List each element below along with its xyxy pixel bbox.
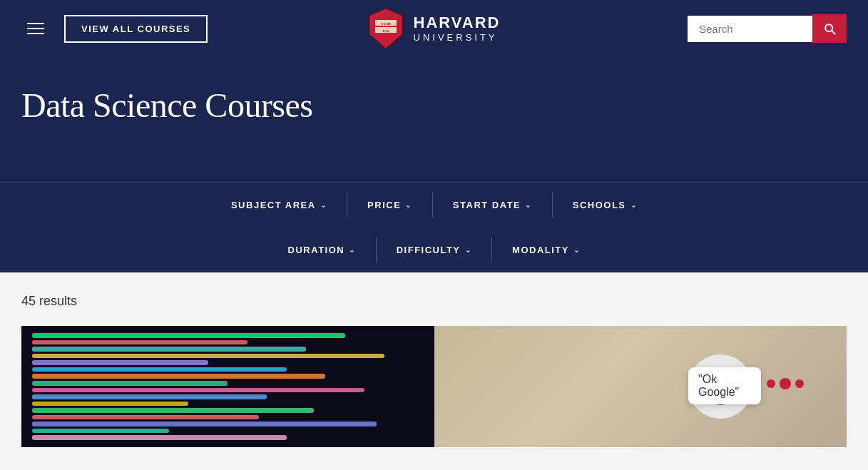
results-section: 45 results [0,272,868,447]
voice-dot-2 [780,378,791,389]
filter-duration[interactable]: DURATION ⌄ [268,237,377,262]
harvard-shield-icon: VE RI TAS [368,7,404,50]
ok-google-bubble: "Ok Google" [688,367,761,404]
filter-row-2: DURATION ⌄ DIFFICULTY ⌄ MODALITY ⌄ [21,228,847,272]
filter-difficulty[interactable]: DIFFICULTY ⌄ [377,237,492,262]
chevron-down-icon: ⌄ [320,201,327,209]
filter-start-date[interactable]: START DATE ⌄ [433,193,553,218]
hero-section: Data Science Courses [0,57,868,182]
filter-bar: SUBJECT AREA ⌄ PRICE ⌄ START DATE ⌄ SCHO… [0,182,868,272]
chevron-down-icon: ⌄ [630,201,638,209]
course-card-2-image: "Ok Google" [434,326,847,447]
filter-modality[interactable]: MODALITY ⌄ [492,237,600,262]
view-all-courses-button[interactable]: VIEW ALL COURSES [64,15,208,43]
code-visualization [21,326,434,447]
search-input[interactable] [688,16,812,42]
harvard-wordmark: HARVARD UNIVERSITY [414,14,501,44]
page-title: Data Science Courses [21,86,847,125]
voice-dot-1 [767,379,775,388]
filter-schools[interactable]: SCHOOLS ⌄ [553,193,657,218]
chevron-down-icon: ⌄ [465,246,472,254]
hamburger-menu[interactable] [21,17,50,40]
chevron-down-icon: ⌄ [573,246,581,254]
search-button[interactable] [812,14,847,43]
search-icon [822,21,837,36]
harvard-logo[interactable]: VE RI TAS HARVARD UNIVERSITY [368,7,501,50]
voice-dot-3 [795,379,804,388]
top-navigation: VIEW ALL COURSES VE RI TAS HARVARD UNIVE… [0,0,868,57]
chevron-down-icon: ⌄ [405,201,412,209]
course-card-1-image [21,326,434,447]
filter-row-1: SUBJECT AREA ⌄ PRICE ⌄ START DATE ⌄ SCHO… [21,183,847,228]
course-cards-grid: "Ok Google" [21,326,847,447]
chevron-down-icon: ⌄ [349,246,356,254]
filter-price[interactable]: PRICE ⌄ [347,193,433,218]
results-count: 45 results [21,294,847,309]
course-card-2[interactable]: "Ok Google" [434,326,847,447]
filter-subject-area[interactable]: SUBJECT AREA ⌄ [211,193,347,218]
nav-left: VIEW ALL COURSES [21,15,208,43]
svg-text:TAS: TAS [382,29,389,33]
chevron-down-icon: ⌄ [525,201,532,209]
search-area [688,14,847,43]
course-card-1[interactable] [21,326,434,447]
svg-text:VE RI: VE RI [381,22,391,26]
